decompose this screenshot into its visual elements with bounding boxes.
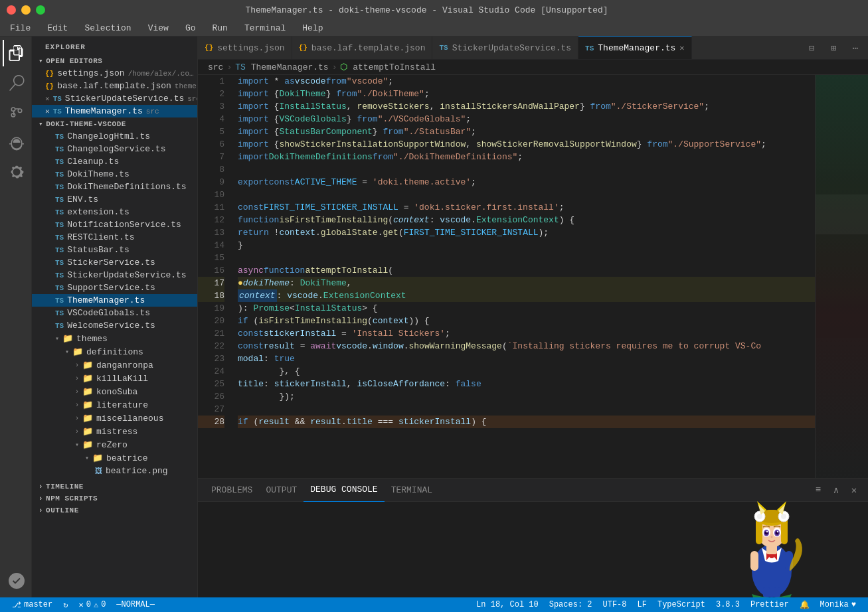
folder-definitions[interactable]: ▾ 📁 definitions	[32, 345, 197, 358]
code-line-16: async function attemptToInstall(	[238, 264, 815, 277]
status-errors[interactable]: ✕ 0 ⚠ 0	[73, 597, 111, 612]
menu-run[interactable]: Run	[209, 22, 230, 35]
tab-settings-json[interactable]: {} settings.json	[198, 37, 292, 60]
menu-terminal[interactable]: Terminal	[241, 22, 289, 35]
panel-tab-problems[interactable]: PROBLEMS	[205, 479, 259, 502]
ts-icon: TS	[55, 145, 64, 153]
file-doki-theme[interactable]: TS DokiTheme.ts	[32, 168, 197, 181]
folder-miscellaneous[interactable]: › 📁 miscellaneous	[32, 412, 197, 425]
menu-view[interactable]: View	[145, 22, 172, 35]
heart-icon: ♥	[851, 600, 856, 609]
folder-icon4: 📁	[82, 373, 93, 384]
folder-mistress[interactable]: › 📁 mistress	[32, 425, 197, 438]
panel-clear-button[interactable]: ≡	[811, 483, 825, 497]
activity-search-icon[interactable]	[3, 70, 29, 96]
file-changelog-service[interactable]: TS ChangelogService.ts	[32, 143, 197, 155]
file-env[interactable]: TS ENV.ts	[32, 193, 197, 206]
error-icon: ✕	[78, 600, 83, 610]
panel-tab-debug-console[interactable]: DEBUG CONSOLE	[304, 479, 384, 502]
minimize-button[interactable]	[21, 5, 31, 15]
menu-help[interactable]: Help	[299, 22, 326, 35]
file-sticker-update-service[interactable]: TS StickerUpdateService.ts	[32, 269, 197, 281]
folder-danganronpa[interactable]: › 📁 danganronpa	[32, 358, 197, 372]
file-theme-manager[interactable]: TS ThemeManager.ts	[32, 294, 197, 307]
file-extension[interactable]: TS extension.ts	[32, 206, 197, 218]
open-editor-base-json[interactable]: {} base.laf.template.json theme...	[32, 80, 197, 92]
menu-selection[interactable]: Selection	[81, 22, 134, 35]
file-beatrice-png[interactable]: 🖼 beatrice.png	[32, 465, 197, 477]
panel-close-button[interactable]: ✕	[847, 483, 861, 497]
open-editor-theme-manager[interactable]: ✕ TS ThemeManager.ts src	[32, 105, 197, 117]
panel-tab-terminal[interactable]: TERMINAL	[385, 479, 439, 502]
panel-collapse-button[interactable]: ∧	[829, 483, 843, 497]
ts-file-icon4: TS	[53, 108, 62, 115]
file-sticker-service[interactable]: TS StickerService.ts	[32, 256, 197, 269]
file-cleanup[interactable]: TS Cleanup.ts	[32, 155, 197, 168]
tab-base-json[interactable]: {} base.laf.template.json	[292, 37, 433, 60]
code-line-19: ): Promise<InstallStatus> {	[238, 302, 815, 315]
status-vim-mode[interactable]: —NORMAL—	[111, 597, 160, 612]
file-changelog-html[interactable]: TS ChangelogHtml.ts	[32, 130, 197, 143]
file-rest-client[interactable]: TS RESTClient.ts	[32, 231, 197, 244]
folder-beatrice[interactable]: ▾ 📁 beatrice	[32, 451, 197, 465]
status-version[interactable]: 3.8.3	[711, 597, 745, 612]
code-editor[interactable]: import * as vscode from "vscode"; import…	[231, 75, 815, 478]
activity-explorer-icon[interactable]	[3, 40, 29, 66]
ts-icon: TS	[55, 309, 64, 317]
file-vscode-globals[interactable]: TS VSCodeGlobals.ts	[32, 307, 197, 319]
outline-section[interactable]: › OUTLINE	[32, 504, 197, 516]
open-editor-sticker-update[interactable]: ✕ TS StickerUpdateService.ts src	[32, 92, 197, 105]
menu-file[interactable]: File	[7, 22, 34, 35]
sync-icon: ↻	[63, 600, 68, 610]
status-git-branch[interactable]: ⎇ master	[7, 597, 58, 612]
layout-button[interactable]: ⊞	[824, 38, 843, 57]
status-sync[interactable]: ↻	[58, 597, 73, 612]
panel-tab-output[interactable]: OUTPUT	[259, 479, 304, 502]
file-welcome-service[interactable]: TS WelcomeService.ts	[32, 319, 197, 332]
folder-rezero[interactable]: ▾ 📁 reZero	[32, 438, 197, 451]
status-spaces[interactable]: Spaces: 2	[544, 597, 598, 612]
activity-settings-icon[interactable]	[3, 568, 29, 594]
menu-go[interactable]: Go	[182, 22, 199, 35]
more-actions-button[interactable]: ⋯	[846, 38, 865, 57]
code-line-10	[238, 189, 815, 201]
menu-edit[interactable]: Edit	[44, 22, 71, 35]
timeline-section[interactable]: › TIMELINE	[32, 481, 197, 493]
status-line-ending[interactable]: LF	[632, 597, 652, 612]
panel-tabs: PROBLEMS OUTPUT DEBUG CONSOLE TERMINAL ≡…	[198, 479, 868, 502]
status-prettier[interactable]: Prettier	[745, 597, 794, 612]
status-language[interactable]: TypeScript	[652, 597, 711, 612]
folder-konosuba[interactable]: › 📁 konoSuba	[32, 385, 197, 398]
code-line-26: });	[238, 390, 815, 403]
status-encoding[interactable]: UTF-8	[598, 597, 632, 612]
npm-scripts-section[interactable]: › NPM SCRIPTS	[32, 493, 197, 504]
folder-killlakill[interactable]: › 📁 killLaKill	[32, 372, 197, 385]
code-line-2: import {DokiTheme} from "./DokiTheme";	[238, 88, 815, 100]
ts-icon: TS	[55, 183, 64, 191]
file-doki-theme-defs[interactable]: TS DokiThemeDefinitions.ts	[32, 181, 197, 193]
split-editor-button[interactable]: ⊟	[802, 38, 821, 57]
activity-debug-icon[interactable]	[3, 129, 29, 156]
menu-bar: File Edit Selection View Go Run Terminal…	[0, 20, 868, 37]
tab-sticker-update[interactable]: TS StickerUpdateService.ts	[432, 37, 578, 60]
folder-themes[interactable]: ▾ 📁 themes	[32, 332, 197, 345]
activity-extensions-icon[interactable]	[3, 159, 29, 186]
file-notification-service[interactable]: TS NotificationService.ts	[32, 218, 197, 231]
maximize-button[interactable]	[36, 5, 45, 15]
activity-source-control-icon[interactable]	[3, 100, 29, 126]
file-support-service[interactable]: TS SupportService.ts	[32, 281, 197, 294]
open-editors-section[interactable]: ▾ OPEN EDITORS	[32, 54, 197, 67]
status-notification-bell[interactable]: 🔔	[794, 597, 815, 612]
tab-theme-manager[interactable]: TS ThemeManager.ts ✕	[578, 37, 691, 60]
status-cursor-position[interactable]: Ln 18, Col 10	[471, 597, 544, 612]
window-controls[interactable]	[7, 5, 45, 15]
status-monika[interactable]: Monika ♥	[815, 597, 861, 612]
close-tab-icon[interactable]: ✕	[679, 43, 684, 53]
ts-icon: TS	[55, 133, 64, 141]
folder-literature[interactable]: › 📁 literature	[32, 398, 197, 412]
project-section[interactable]: ▾ DOKI-THEME-VSCODE	[32, 117, 197, 130]
open-editor-settings-json[interactable]: {} settings.json /home/alex/.con...	[32, 67, 197, 80]
close-button[interactable]	[7, 5, 16, 15]
title-bar: ThemeManager.ts - doki-theme-vscode - Vi…	[0, 0, 868, 20]
file-status-bar[interactable]: TS StatusBar.ts	[32, 244, 197, 256]
